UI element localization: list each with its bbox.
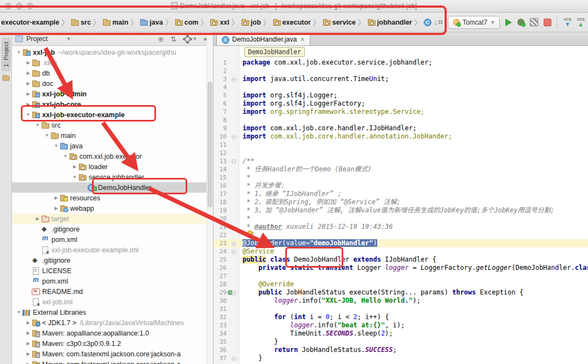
project-tool-window-tab[interactable]: 1: Project: [2, 38, 10, 71]
code-line-12[interactable]: 12: [214, 149, 588, 157]
editor-breadcrumb-chip[interactable]: DemoJobHandler: [244, 47, 305, 57]
tree-scrollbar[interactable]: [206, 32, 213, 364]
tree-toggle-icon[interactable]: ▶: [25, 60, 32, 65]
code-line-4[interactable]: 4: [214, 83, 588, 91]
run-with-coverage-button[interactable]: [530, 18, 538, 26]
code-line-1[interactable]: 1package com.xxl.job.executor.service.jo…: [214, 59, 588, 67]
code-line-7[interactable]: 7import org.springframework.stereotype.S…: [214, 108, 588, 116]
tree-toggle-icon[interactable]: ▼: [34, 123, 41, 128]
breadcrumb-item-jobhandler[interactable]: jobhandler: [367, 19, 412, 26]
code-line-15[interactable]: 15 *: [214, 174, 588, 182]
tree-item-src[interactable]: ▼src: [12, 120, 213, 130]
tree-item-maven-c3p0-c3p0-0-9-1-2[interactable]: ▶Maven: c3p0:c3p0:0.9.1.2: [12, 338, 213, 349]
code-line-29[interactable]: 29↑ public JobHandleStatus execute(Strin…: [214, 288, 588, 297]
code-line-35[interactable]: 35 }: [214, 338, 588, 346]
code-line-21[interactable]: 21 * @author xuxueli 2015-12-19 19:43:36: [214, 223, 588, 231]
code-line-5[interactable]: 5import org.slf4j.Logger;: [214, 91, 588, 100]
tree-item-xxl-job-core[interactable]: ▶xxl-job-core: [12, 99, 213, 109]
tree-item-demojobhandler[interactable]: CDemoJobHandler: [12, 182, 213, 193]
tree-toggle-icon[interactable]: ▼: [71, 175, 78, 180]
tree-item-target[interactable]: ▶target: [12, 213, 213, 224]
code-line-19[interactable]: 19 * 3、加 “@JobHander” 注解, 注解value值为新增任务生…: [214, 206, 588, 215]
tree-item-maven-aopalliance-aopalliance-1-0[interactable]: ▶Maven: aopalliance:aopalliance:1.0: [12, 328, 213, 338]
tree-toggle-icon[interactable]: ▶: [25, 362, 32, 364]
tree-item-maven-com-fasterxml-jackson-core-jackson-c[interactable]: ▶Maven: com.fasterxml.jackson.core:jacks…: [12, 359, 213, 364]
tree-toggle-icon[interactable]: ▼: [15, 50, 22, 55]
debug-button[interactable]: [517, 19, 524, 26]
intention-bulb-icon[interactable]: [247, 230, 253, 236]
tree-item--jdk1-7-[interactable]: ▶< JDK1.7 >/Library/Java/JavaVirtualMach…: [12, 317, 213, 328]
code-line-31[interactable]: 31: [214, 305, 588, 313]
code-line-36[interactable]: 36 return JobHandleStatus.SUCCESS;: [214, 346, 588, 354]
fold-marker-icon[interactable]: [232, 250, 237, 255]
tree-toggle-icon[interactable]: ▼: [53, 143, 60, 148]
code-line-27[interactable]: 27: [214, 272, 588, 280]
code-line-20[interactable]: 20 *: [214, 215, 588, 223]
tree-toggle-icon[interactable]: ▶: [34, 216, 41, 221]
breadcrumb-item-executor-example[interactable]: executor-example: [1, 19, 59, 26]
breadcrumb-item-service[interactable]: service: [322, 19, 356, 26]
fold-marker-icon[interactable]: [232, 159, 237, 164]
breadcrumb-item-java[interactable]: java: [140, 19, 163, 26]
vcs-update-button[interactable]: VCS▼: [563, 18, 571, 27]
tree-item--gitignore[interactable]: .gitignore: [12, 255, 213, 265]
tree-item-readme-md[interactable]: README.md: [12, 286, 213, 297]
code-line-9[interactable]: 9import com.xxl.job.core.handler.IJobHan…: [214, 124, 588, 132]
tree-toggle-icon[interactable]: ▼: [25, 112, 32, 117]
tree-toggle-icon[interactable]: ▶: [53, 206, 60, 211]
tree-toggle-icon[interactable]: ▶: [25, 91, 32, 96]
breadcrumb-item-com[interactable]: com: [175, 19, 199, 26]
run-button[interactable]: [505, 19, 512, 26]
tree-item-main[interactable]: ▼main: [12, 130, 213, 141]
close-tab-icon[interactable]: ✕: [300, 36, 305, 43]
fold-marker-icon[interactable]: [232, 291, 237, 296]
tree-toggle-icon[interactable]: ▶: [25, 331, 32, 336]
tree-item-java[interactable]: ▼java: [12, 141, 213, 151]
code-line-13[interactable]: 13/**: [214, 157, 588, 165]
code-line-6[interactable]: 6import org.slf4j.LoggerFactory;: [214, 100, 588, 108]
tree-toggle-icon[interactable]: ▼: [62, 154, 69, 159]
code-line-33[interactable]: 33 logger.info("beat at:{}", i);: [214, 321, 588, 330]
project-view-dropdown[interactable]: ▼: [66, 36, 71, 42]
locate-file-icon[interactable]: ⊕: [158, 35, 164, 43]
code-area[interactable]: DemoJobHandler 1package com.xxl.job.exec…: [214, 46, 588, 364]
tree-item-external-libraries[interactable]: ▼External Libraries: [12, 307, 213, 317]
navigate-down-icon[interactable]: ↓: [434, 18, 442, 26]
code-line-25[interactable]: 25public class DemoJobHandler extends IJ…: [214, 256, 588, 264]
breadcrumb-item-job[interactable]: job: [241, 19, 261, 26]
code-line-17[interactable]: 17 * 1、继承 “IJobHandler” ；: [214, 190, 588, 198]
code-line-10[interactable]: 10import com.xxl.job.core.handler.annota…: [214, 132, 588, 141]
code-line-11[interactable]: 11: [214, 141, 588, 149]
code-line-24[interactable]: 24@Service: [214, 247, 588, 256]
breadcrumb-item-main[interactable]: main: [102, 19, 128, 26]
breadcrumb-item-demojobhandler[interactable]: CDemoJobHandler: [424, 19, 434, 26]
fold-marker-icon[interactable]: [232, 241, 237, 246]
breadcrumb-item-executor[interactable]: executor: [273, 19, 311, 26]
tree-item-pom-xml[interactable]: pom.xml: [12, 276, 213, 286]
code-line-14[interactable]: 14 * 任务Handler的一个Demo (Bean模式): [214, 165, 588, 174]
tree-item-pom-xml[interactable]: pom.xml: [12, 234, 213, 245]
code-line-16[interactable]: 16 * 开发步骤：: [214, 182, 588, 190]
tree-item-xxl-job-admin[interactable]: ▶xxl-job-admin: [12, 89, 213, 99]
tree-item-doc[interactable]: ▶doc: [12, 78, 213, 89]
tree-item-loader[interactable]: ▶loader: [12, 161, 213, 172]
tree-item-webapp[interactable]: ▶webapp: [12, 203, 213, 213]
code-line-32[interactable]: 32 for (int i = 0; i < 2; i++) {: [214, 313, 588, 321]
tree-toggle-icon[interactable]: ▶: [53, 195, 60, 200]
tree-toggle-icon[interactable]: ▶: [25, 341, 32, 346]
fold-marker-icon[interactable]: [232, 77, 237, 82]
code-line-26[interactable]: 26 private static transient Logger logge…: [214, 264, 588, 272]
code-line-22[interactable]: 22 */: [214, 231, 588, 239]
code-line-18[interactable]: 18 * 2、装配到Spring, 例如加 “@Service” 注解;: [214, 198, 588, 206]
tree-item--idea[interactable]: ▶.idea: [12, 57, 213, 68]
tree-toggle-icon[interactable]: ▶: [71, 164, 78, 169]
stop-button[interactable]: [544, 19, 551, 26]
run-configuration-select[interactable]: Tomcat7 ▼: [448, 16, 500, 29]
settings-gear-icon[interactable]: ▼: [183, 36, 197, 42]
code-line-3[interactable]: 3import java.util.concurrent.TimeUnit;: [214, 75, 588, 83]
tree-item-xxl-job-iml[interactable]: xxl-job.iml: [12, 297, 213, 307]
tree-item-maven-com-fasterxml-jackson-core-jackson-a[interactable]: ▶Maven: com.fasterxml.jackson.core:jacks…: [12, 349, 213, 359]
fold-marker-icon[interactable]: [232, 356, 237, 361]
tree-toggle-icon[interactable]: ▶: [25, 81, 32, 86]
code-line-8[interactable]: 8: [214, 116, 588, 124]
